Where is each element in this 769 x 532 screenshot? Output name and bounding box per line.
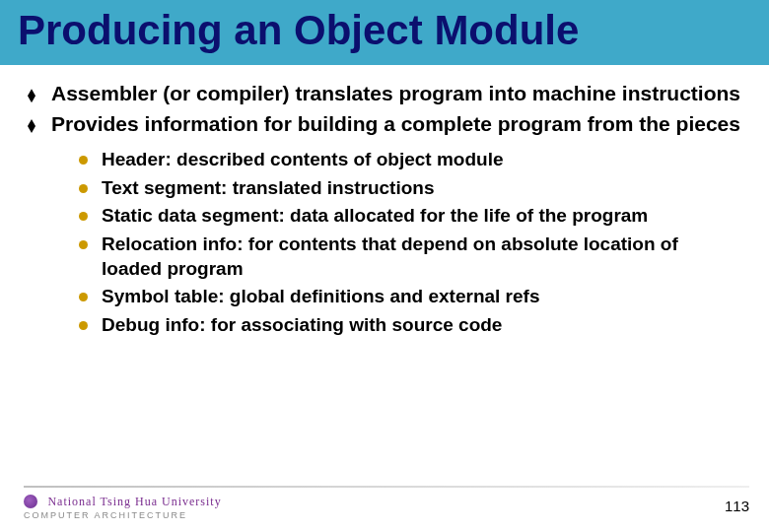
diamond-bullet-icon — [28, 117, 37, 135]
footer-divider — [24, 486, 749, 488]
sub-bullet-item: Debug info: for associating with source … — [79, 313, 741, 338]
sub-bullet-text: Header: described contents of object mod… — [102, 148, 504, 172]
dot-bullet-icon — [79, 293, 88, 301]
sub-bullet-item: Relocation info: for contents that depen… — [79, 233, 741, 281]
page-number: 113 — [725, 498, 749, 514]
bullet-item: Assembler (or compiler) translates progr… — [28, 81, 741, 107]
dot-bullet-icon — [79, 184, 88, 193]
sub-bullet-item: Header: described contents of object mod… — [79, 148, 741, 172]
sub-bullet-list: Header: described contents of object mod… — [79, 148, 741, 338]
slide-content: Assembler (or compiler) translates progr… — [0, 65, 769, 338]
dot-bullet-icon — [79, 212, 88, 221]
dot-bullet-icon — [79, 156, 88, 165]
course-name: COMPUTER ARCHITECTURE — [24, 510, 222, 520]
university-name: National Tsing Hua University — [47, 495, 221, 508]
bullet-text: Assembler (or compiler) translates progr… — [51, 81, 740, 107]
footer-row: National Tsing Hua University COMPUTER A… — [24, 492, 749, 520]
sub-bullet-text: Text segment: translated instructions — [102, 176, 435, 201]
dot-bullet-icon — [79, 321, 88, 330]
slide-title: Producing an Object Module — [18, 8, 751, 53]
footer-left: National Tsing Hua University COMPUTER A… — [24, 492, 222, 520]
dot-bullet-icon — [79, 240, 88, 249]
slide-footer: National Tsing Hua University COMPUTER A… — [0, 486, 769, 520]
sub-bullet-text: Debug info: for associating with source … — [102, 313, 502, 338]
bullet-item: Provides information for building a comp… — [28, 111, 741, 138]
main-bullet-list: Assembler (or compiler) translates progr… — [28, 81, 741, 138]
sub-bullet-text: Symbol table: global definitions and ext… — [102, 285, 539, 309]
diamond-bullet-icon — [28, 87, 37, 104]
university-logo-icon — [24, 495, 37, 508]
sub-bullet-text: Relocation info: for contents that depen… — [102, 233, 741, 281]
sub-bullet-item: Static data segment: data allocated for … — [79, 204, 741, 229]
bullet-text: Provides information for building a comp… — [51, 111, 740, 138]
sub-bullet-text: Static data segment: data allocated for … — [102, 204, 648, 229]
university-line: National Tsing Hua University — [24, 492, 222, 509]
sub-bullet-item: Symbol table: global definitions and ext… — [79, 285, 741, 309]
sub-bullet-item: Text segment: translated instructions — [79, 176, 741, 201]
title-bar: Producing an Object Module — [0, 0, 769, 65]
